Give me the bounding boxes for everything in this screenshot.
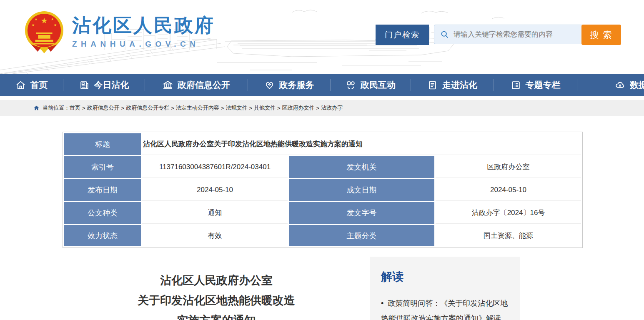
- table-row: 索引号 11371603004387601R/2024-03401 发文机关 区…: [64, 156, 581, 178]
- breadcrumb-separator: >: [171, 105, 174, 111]
- nav-item-home[interactable]: 首页: [0, 74, 63, 96]
- site-header: ★ ★ ★ ★ ★ 沾化区人民政府 ZHANHUA.GOV.CN 门户检索: [0, 0, 644, 74]
- interpretation-panel: 解读 •政策简明问答：《关于印发沾化区地热能供暖改造实施方案的通知》解读: [370, 257, 520, 320]
- search-box: [434, 25, 582, 44]
- nav-label: 政民互动: [361, 79, 396, 91]
- nav-label: 走进沾化: [442, 79, 477, 91]
- meta-value: 沾政办字〔2024〕16号: [436, 202, 581, 224]
- document-title-line: 实施方案的通知: [63, 310, 370, 320]
- breadcrumb-separator: >: [82, 105, 85, 111]
- svg-text:★: ★: [54, 23, 57, 27]
- breadcrumb-item[interactable]: 沾政办字: [321, 104, 343, 112]
- nav-label: 政务服务: [279, 79, 314, 91]
- home-icon: [15, 80, 26, 90]
- meta-value: 国土资源、能源: [436, 225, 581, 246]
- list-icon: [511, 80, 521, 90]
- document-title-line: 关于印发沾化区地热能供暖改造: [63, 290, 370, 310]
- document-title-line: 沾化区人民政府办公室: [63, 270, 370, 290]
- breadcrumb-prefix: 当前位置：: [43, 104, 70, 112]
- nav-item-open-data[interactable]: 数据开放: [577, 74, 644, 96]
- document-meta-table: 标题 沾化区人民政府办公室关于印发沾化区地热能供暖改造实施方案的通知 索引号 1…: [63, 132, 583, 248]
- nav-label: 今日沾化: [94, 79, 129, 91]
- meta-value: 2024-05-10: [142, 179, 288, 201]
- portal-search-button[interactable]: 门户检索: [376, 25, 429, 45]
- site-title: 沾化区人民政府: [72, 16, 215, 35]
- document-body-column: 沾化区人民政府办公室 关于印发沾化区地热能供暖改造 实施方案的通知: [0, 248, 370, 320]
- table-row: 发布日期 2024-05-10 成文日期 2024-05-10: [64, 179, 581, 201]
- search-button[interactable]: 搜 索: [581, 25, 621, 45]
- meta-value: 区政府办公室: [436, 156, 581, 178]
- nav-item-services[interactable]: 政务服务: [248, 74, 330, 96]
- meta-label: 成文日期: [289, 179, 434, 201]
- svg-text:★: ★: [34, 17, 38, 21]
- svg-text:★: ★: [32, 23, 35, 27]
- meta-label: 主题分类: [289, 225, 434, 246]
- breadcrumb-separator: >: [121, 105, 125, 111]
- meta-label: 公文种类: [64, 202, 141, 224]
- nav-item-today[interactable]: 今日沾化: [63, 74, 145, 96]
- meta-title-value: 沾化区人民政府办公室关于印发沾化区地热能供暖改造实施方案的通知: [142, 133, 581, 155]
- breadcrumb-item[interactable]: 政府信息公开: [87, 104, 120, 112]
- breadcrumb-separator: >: [316, 105, 320, 111]
- interpretation-link[interactable]: •政策简明问答：《关于印发沾化区地热能供暖改造实施方案的通知》解读: [381, 296, 509, 320]
- table-row: 标题 沾化区人民政府办公室关于印发沾化区地热能供暖改造实施方案的通知: [64, 133, 581, 155]
- breadcrumb-item[interactable]: 法规文件: [226, 104, 247, 112]
- nav-item-about[interactable]: 走进沾化: [411, 74, 494, 96]
- meta-label: 发文机关: [289, 156, 434, 178]
- breadcrumb-item[interactable]: 区政府办文件: [282, 104, 315, 112]
- document-title: 沾化区人民政府办公室 关于印发沾化区地热能供暖改造 实施方案的通知: [63, 270, 370, 320]
- interpretation-heading: 解读: [381, 269, 509, 284]
- table-row: 公文种类 通知 发文字号 沾政办字〔2024〕16号: [64, 202, 581, 224]
- svg-text:★: ★: [41, 16, 48, 25]
- home-icon: [33, 105, 40, 111]
- site-domain: ZHANHUA.GOV.CN: [72, 40, 215, 49]
- interpretation-link-text: 政策简明问答：《关于印发沾化区地热能供暖改造实施方案的通知》解读: [381, 299, 508, 320]
- main-nav: 首页 今日沾化 政府信息公开 政务服务 政民互动 走进沾化: [0, 74, 644, 96]
- bank-icon: [163, 80, 173, 90]
- meta-label: 索引号: [64, 156, 141, 178]
- meta-value: 2024-05-10: [436, 179, 581, 201]
- meta-value: 通知: [142, 202, 288, 224]
- nav-item-gov-info[interactable]: 政府信息公开: [145, 74, 248, 96]
- nav-label: 专题专栏: [526, 79, 561, 91]
- document-icon: [427, 80, 438, 90]
- bullet: •: [381, 299, 383, 308]
- cloud-download-icon: [615, 80, 625, 90]
- breadcrumb: 当前位置： 首页 > 政府信息公开 > 政府信息公开专栏 > 法定主动公开内容 …: [0, 100, 644, 116]
- breadcrumb-item[interactable]: 其他文件: [254, 104, 276, 112]
- nav-item-interaction[interactable]: 政民互动: [331, 74, 411, 96]
- nav-label: 政府信息公开: [178, 79, 230, 91]
- breadcrumb-item[interactable]: 政府信息公开专栏: [126, 104, 169, 112]
- svg-text:★: ★: [51, 17, 54, 21]
- nav-label: 数据开放: [630, 79, 644, 91]
- meta-value: 11371603004387601R/2024-03401: [142, 156, 288, 178]
- people-chat-icon: [346, 80, 356, 90]
- nav-label: 首页: [30, 79, 48, 91]
- heart-handshake-icon: [264, 80, 275, 90]
- search-icon: [440, 30, 449, 39]
- national-emblem-logo: ★ ★ ★ ★ ★: [24, 10, 65, 55]
- meta-label: 发布日期: [64, 179, 141, 201]
- breadcrumb-separator: >: [221, 105, 224, 111]
- nav-item-special-columns[interactable]: 专题专栏: [494, 74, 577, 96]
- meta-label: 效力状态: [64, 225, 141, 246]
- breadcrumb-separator: >: [249, 105, 252, 111]
- meta-value: 有效: [142, 225, 288, 246]
- main-content: 标题 沾化区人民政府办公室关于印发沾化区地热能供暖改造实施方案的通知 索引号 1…: [0, 132, 644, 320]
- breadcrumb-item[interactable]: 法定主动公开内容: [176, 104, 219, 112]
- portal-search-label: 门户检索: [385, 30, 420, 40]
- search-input[interactable]: [453, 26, 582, 43]
- news-icon: [79, 80, 90, 90]
- breadcrumb-item[interactable]: 首页: [70, 104, 80, 112]
- meta-label: 标题: [64, 133, 141, 155]
- breadcrumb-separator: >: [277, 105, 281, 111]
- table-row: 效力状态 有效 主题分类 国土资源、能源: [64, 225, 581, 246]
- meta-label: 发文字号: [289, 202, 434, 224]
